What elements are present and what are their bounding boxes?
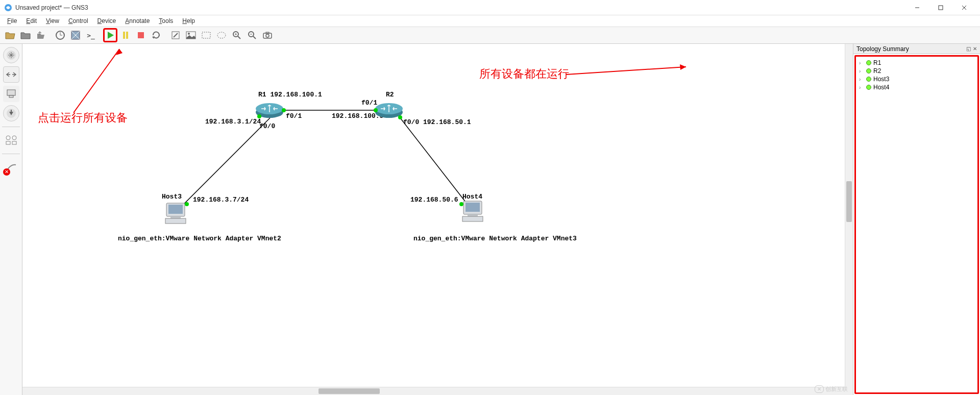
label-r2-f00: f0/0 192.168.50.1 bbox=[403, 118, 471, 126]
image-button[interactable] bbox=[184, 28, 198, 42]
svg-rect-55 bbox=[165, 218, 186, 224]
switches-category-button[interactable] bbox=[3, 66, 19, 83]
pause-all-button[interactable] bbox=[118, 28, 133, 42]
panel-close-icon[interactable]: ✕ bbox=[973, 46, 977, 52]
security-category-button[interactable] bbox=[3, 105, 19, 121]
svg-rect-14 bbox=[138, 32, 144, 38]
svg-rect-57 bbox=[465, 203, 480, 212]
svg-rect-40 bbox=[12, 141, 16, 144]
menu-bar: File Edit View Control Device Annotate T… bbox=[0, 15, 980, 27]
panel-title: Topology Summary bbox=[856, 45, 909, 53]
maximize-button[interactable] bbox=[929, 0, 952, 15]
device-host4[interactable] bbox=[460, 200, 485, 224]
menu-view[interactable]: View bbox=[42, 16, 63, 26]
tree-item-host4[interactable]: ›Host4 bbox=[859, 83, 974, 91]
device-host3[interactable] bbox=[163, 202, 188, 226]
console-button[interactable]: >_ bbox=[84, 28, 98, 42]
port-r2-f00 bbox=[398, 115, 402, 119]
routers-category-button[interactable] bbox=[3, 47, 19, 63]
tree-item-r2[interactable]: ›R2 bbox=[859, 67, 974, 75]
svg-rect-19 bbox=[202, 32, 210, 38]
status-running-icon bbox=[866, 68, 871, 73]
status-running-icon bbox=[866, 60, 871, 65]
label-r1-lan-ip: 192.168.3.1/24 bbox=[205, 118, 261, 126]
tree-item-r1[interactable]: ›R1 bbox=[859, 59, 974, 67]
label-r1: R1 192.168.100.1 bbox=[258, 91, 322, 98]
svg-point-18 bbox=[188, 33, 190, 35]
tree-item-host3[interactable]: ›Host3 bbox=[859, 75, 974, 83]
ellipse-button[interactable] bbox=[214, 28, 229, 42]
tree-item-label: Host3 bbox=[873, 76, 889, 83]
annotation-all-running: 所有设备都在运行 bbox=[479, 66, 569, 82]
svg-line-44 bbox=[74, 49, 119, 113]
main-area: ✕ 点击运行所有设备 所有设备都在运行 R1 192.168.10 bbox=[0, 44, 980, 395]
menu-control[interactable]: Control bbox=[64, 16, 92, 26]
note-button[interactable] bbox=[168, 28, 183, 42]
add-link-button[interactable]: ✕ bbox=[3, 159, 19, 176]
chevron-right-icon[interactable]: › bbox=[859, 85, 864, 90]
svg-rect-59 bbox=[462, 216, 483, 221]
annotation-run-all: 点击运行所有设备 bbox=[38, 110, 128, 126]
port-r2-f01 bbox=[374, 108, 378, 112]
all-devices-button[interactable] bbox=[3, 132, 19, 149]
toolbar: >_ bbox=[0, 27, 980, 44]
svg-line-26 bbox=[253, 36, 256, 39]
show-labels-button[interactable] bbox=[68, 28, 83, 42]
panel-header[interactable]: Topology Summary ◱ ✕ bbox=[853, 44, 980, 54]
topology-canvas[interactable]: 点击运行所有设备 所有设备都在运行 R1 192.168.100.1 f0/1 … bbox=[22, 44, 853, 395]
stop-all-button[interactable] bbox=[134, 28, 148, 42]
svg-rect-12 bbox=[123, 32, 125, 39]
chevron-right-icon[interactable]: › bbox=[859, 68, 864, 74]
zoom-in-button[interactable] bbox=[230, 28, 244, 42]
canvas-scrollbar-horizontal[interactable] bbox=[22, 387, 845, 395]
reload-all-button[interactable] bbox=[149, 28, 163, 42]
zoom-out-button[interactable] bbox=[245, 28, 259, 42]
canvas-scrollbar-vertical[interactable] bbox=[845, 44, 853, 387]
watermark: ✕ 创新互联 bbox=[815, 385, 848, 393]
close-button[interactable] bbox=[952, 0, 976, 15]
menu-edit[interactable]: Edit bbox=[22, 16, 41, 26]
minimize-button[interactable] bbox=[905, 0, 929, 15]
svg-point-20 bbox=[217, 32, 226, 38]
svg-point-29 bbox=[266, 34, 269, 37]
port-host3 bbox=[185, 202, 189, 206]
status-running-icon bbox=[866, 85, 871, 90]
panel-body: ›R1 ›R2 ›Host3 ›Host4 bbox=[854, 55, 979, 394]
label-r1-f01: f0/1 bbox=[286, 112, 302, 120]
tree-item-label: Host4 bbox=[873, 84, 889, 91]
menu-file[interactable]: File bbox=[3, 16, 21, 26]
end-devices-category-button[interactable] bbox=[3, 86, 19, 102]
svg-rect-53 bbox=[168, 205, 183, 214]
chevron-right-icon[interactable]: › bbox=[859, 60, 864, 66]
svg-line-46 bbox=[566, 67, 686, 75]
menu-help[interactable]: Help bbox=[178, 16, 199, 26]
rectangle-button[interactable] bbox=[199, 28, 213, 42]
svg-rect-32 bbox=[7, 90, 15, 95]
title-bar: Unsaved project* — GNS3 bbox=[0, 0, 980, 15]
snapshot-button[interactable] bbox=[53, 28, 67, 42]
svg-marker-45 bbox=[116, 49, 122, 55]
tree-item-label: R2 bbox=[873, 67, 881, 75]
menu-tools[interactable]: Tools bbox=[155, 16, 177, 26]
menu-device[interactable]: Device bbox=[93, 16, 120, 26]
label-host3: Host3 bbox=[162, 193, 182, 201]
open-project-button[interactable] bbox=[3, 28, 17, 42]
save-project-button[interactable] bbox=[34, 28, 48, 42]
chevron-right-icon[interactable]: › bbox=[859, 77, 864, 82]
label-host4-adapter: nio_gen_eth:VMware Network Adapter VMnet… bbox=[413, 235, 577, 242]
svg-rect-39 bbox=[6, 141, 10, 144]
status-running-icon bbox=[866, 77, 871, 82]
label-r2-f01: f0/1 bbox=[361, 99, 377, 107]
open-folder-button[interactable] bbox=[18, 28, 33, 42]
gns3-app-icon bbox=[4, 4, 12, 12]
svg-rect-2 bbox=[939, 6, 943, 10]
label-host4: Host4 bbox=[462, 193, 482, 201]
label-r2: R2 bbox=[386, 91, 394, 98]
window-title: Unsaved project* — GNS3 bbox=[15, 4, 905, 11]
panel-undock-icon[interactable]: ◱ bbox=[966, 46, 971, 52]
start-all-button[interactable] bbox=[103, 28, 117, 42]
menu-annotate[interactable]: Annotate bbox=[121, 16, 154, 26]
screenshot-button[interactable] bbox=[260, 28, 275, 42]
topology-summary-panel: Topology Summary ◱ ✕ ›R1 ›R2 ›Host3 ›Hos… bbox=[853, 44, 980, 395]
label-host3-adapter: nio_gen_eth:VMware Network Adapter VMnet… bbox=[118, 235, 281, 242]
